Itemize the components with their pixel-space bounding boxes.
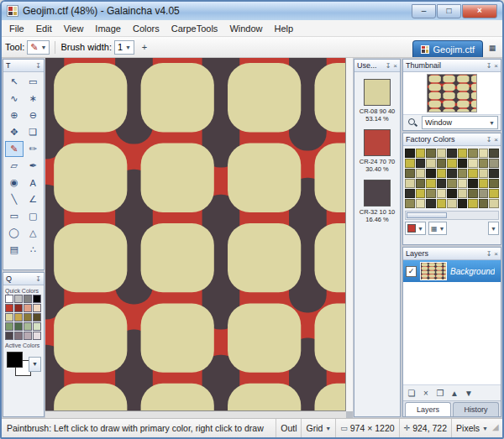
color-swatch[interactable] [416, 189, 426, 198]
color-swatch[interactable] [24, 313, 32, 321]
resize-grip[interactable]: ◢ [492, 419, 502, 437]
color-swatch[interactable] [447, 179, 457, 188]
color-swatch[interactable] [5, 295, 13, 303]
close-icon[interactable]: × [494, 62, 498, 70]
layer-row-background[interactable]: ✓ Background [403, 260, 501, 282]
factory-colors-scrollbar[interactable] [405, 211, 499, 220]
color-swatch[interactable] [489, 159, 499, 168]
color-swatch[interactable] [489, 149, 499, 158]
pin-icon[interactable]: ↧ [486, 136, 492, 144]
close-button[interactable]: × [462, 4, 497, 18]
color-swatch[interactable] [405, 189, 415, 198]
marquee-select-tool[interactable]: ▭ [24, 74, 43, 90]
color-swatch[interactable] [479, 159, 489, 168]
palette-view-select[interactable]: ▦ ▼ [428, 222, 448, 235]
zoom-out-tool[interactable]: ⊖ [24, 107, 43, 123]
color-swatch[interactable] [405, 159, 415, 168]
color-swatch[interactable] [426, 159, 436, 168]
color-swatch[interactable] [405, 149, 415, 158]
color-swatch[interactable] [426, 199, 436, 208]
menu-item[interactable]: Edit [30, 22, 58, 35]
color-swatch[interactable] [447, 169, 457, 178]
fill-tool[interactable]: ◉ [5, 175, 24, 191]
menu-item[interactable]: Colors [127, 22, 165, 35]
color-swatch[interactable] [489, 169, 499, 178]
color-swatch[interactable] [458, 189, 468, 198]
rounded-rectangle-tool[interactable]: ▢ [24, 208, 43, 224]
tab-history[interactable]: History [453, 402, 499, 416]
color-swatch[interactable] [405, 169, 415, 178]
factory-colors-panel-header[interactable]: Factory Colors ↧ × [403, 133, 501, 146]
titlebar[interactable]: Geojim.ctf (48%) - Galaincha v4.05 – □ × [2, 2, 502, 20]
move-layer-up-icon[interactable]: ▲ [449, 389, 460, 398]
magic-wand-tool[interactable]: ∗ [24, 91, 43, 107]
thumbnail-panel-header[interactable]: Thumbnail ↧ × [403, 60, 501, 72]
color-swatch[interactable] [479, 179, 489, 188]
tab-list-button[interactable]: ▦ [486, 42, 499, 55]
line-tool[interactable]: ╲ [5, 191, 24, 207]
color-swatch[interactable] [405, 199, 415, 208]
zoom-icon[interactable] [406, 117, 419, 128]
color-swatch[interactable] [489, 199, 499, 208]
color-swatch[interactable] [468, 149, 478, 158]
layer-visibility-checkbox[interactable]: ✓ [406, 266, 417, 277]
color-swatch[interactable] [405, 179, 415, 188]
grid-toggle[interactable]: Grid ▼ [301, 419, 335, 437]
color-swatch[interactable] [468, 169, 478, 178]
units-select[interactable]: Pixels ▼ [451, 419, 492, 437]
thumbnail-zoom-mode-select[interactable]: Window ▼ [422, 116, 498, 129]
minimize-button[interactable]: – [412, 4, 436, 18]
color-swatch[interactable] [5, 322, 13, 331]
color-swatch[interactable] [479, 199, 489, 208]
color-swatch[interactable] [447, 149, 457, 158]
close-icon[interactable]: × [494, 136, 498, 144]
color-swatch[interactable] [14, 304, 23, 312]
pin-icon[interactable]: ↧ [486, 250, 492, 258]
color-swatch[interactable] [458, 179, 468, 188]
color-swatch[interactable] [14, 295, 23, 303]
menu-item[interactable]: Window [223, 22, 268, 35]
close-icon[interactable]: × [393, 62, 397, 70]
crop-tool[interactable]: ❏ [24, 124, 43, 140]
new-layer-icon[interactable]: ❏ [406, 389, 417, 398]
color-swatch[interactable] [14, 322, 23, 331]
color-swatch[interactable] [468, 189, 478, 198]
tools-panel-header[interactable]: T ↧ [3, 60, 44, 72]
color-swatch[interactable] [14, 332, 23, 340]
polyline-tool[interactable]: ∠ [24, 191, 43, 207]
color-swatch[interactable] [458, 199, 468, 208]
color-swatch[interactable] [489, 179, 499, 188]
brush-width-increase-button[interactable]: + [137, 40, 152, 55]
document-tab[interactable]: Geojim.ctf [412, 40, 483, 57]
color-swatch[interactable] [447, 189, 457, 198]
menu-item[interactable]: CarpeTools [165, 22, 224, 35]
maximize-button[interactable]: □ [437, 4, 461, 18]
color-swatch[interactable] [468, 179, 478, 188]
lasso-tool[interactable]: ∿ [5, 91, 24, 107]
color-swatch[interactable] [416, 159, 426, 168]
menu-item[interactable]: Help [269, 22, 300, 35]
color-swatch[interactable] [24, 322, 32, 331]
color-swatch[interactable] [416, 199, 426, 208]
color-swatch[interactable] [458, 159, 468, 168]
carpet-canvas[interactable] [45, 58, 346, 411]
color-swatch[interactable] [5, 313, 13, 321]
delete-layer-icon[interactable]: × [420, 389, 432, 398]
color-swatch[interactable] [5, 332, 13, 340]
select-tool[interactable]: ↖ [5, 74, 24, 90]
palette-options-button[interactable]: ▼ [488, 222, 499, 235]
scrollbar-thumb[interactable] [407, 212, 447, 218]
color-swatch[interactable] [24, 332, 32, 340]
color-swatch[interactable] [33, 332, 41, 340]
color-swatch[interactable] [24, 295, 32, 303]
color-swatch[interactable] [33, 322, 41, 331]
color-swatch[interactable] [33, 304, 41, 312]
zoom-in-tool[interactable]: ⊕ [5, 107, 24, 123]
thumbnail-preview[interactable] [427, 74, 477, 112]
color-swatch[interactable] [468, 199, 478, 208]
spray-tool[interactable]: ∴ [24, 242, 43, 258]
color-swatch[interactable] [479, 169, 489, 178]
color-swatch[interactable] [426, 169, 436, 178]
polygon-tool[interactable]: △ [24, 225, 43, 241]
color-swatch[interactable] [437, 189, 447, 198]
